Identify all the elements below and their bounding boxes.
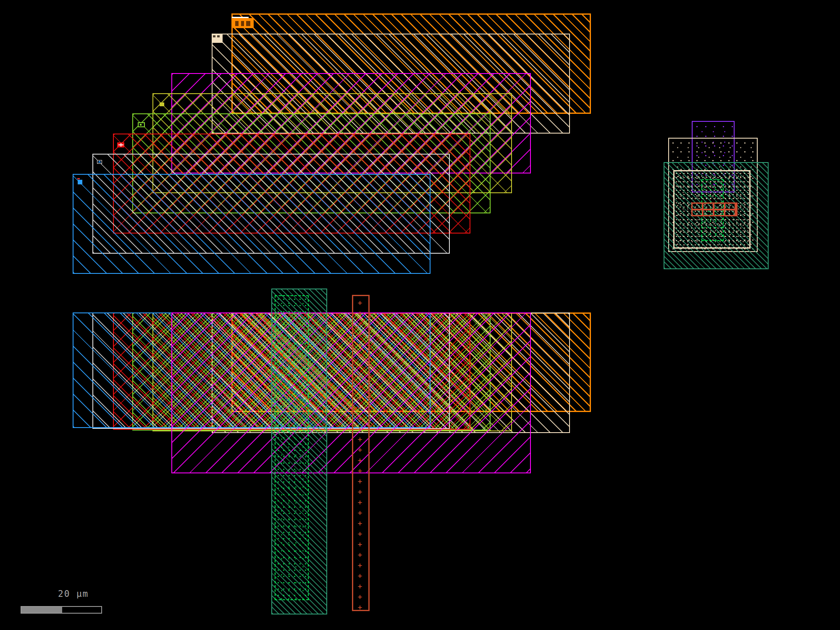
vertical-strip-red-contacts[interactable]: + + + + + + + + + + + + + + + + + + + + … (352, 295, 370, 611)
layer-label-icon-gray (97, 160, 102, 164)
band-rect-magenta[interactable] (171, 312, 531, 473)
scalebar-fill (21, 607, 62, 613)
layout-canvas[interactable]: 20 µm + + + + + + + + + + + + + + + + + … (0, 0, 840, 630)
scalebar (21, 606, 102, 614)
layer-label-icon-wheat (212, 34, 223, 43)
top-stack-rect-blue[interactable] (73, 174, 430, 274)
layer-label-icon-green (138, 122, 145, 127)
layer-label-icon-red (117, 142, 124, 147)
right-cell-red-via-array[interactable] (691, 202, 738, 216)
layer-label-icon-orange (233, 18, 254, 28)
layer-label-icon-yellow (160, 102, 164, 106)
layer-label-icon-blue (78, 180, 82, 184)
vertical-strip-green-inner[interactable] (275, 295, 309, 600)
scalebar-label: 20 µm (58, 589, 89, 599)
